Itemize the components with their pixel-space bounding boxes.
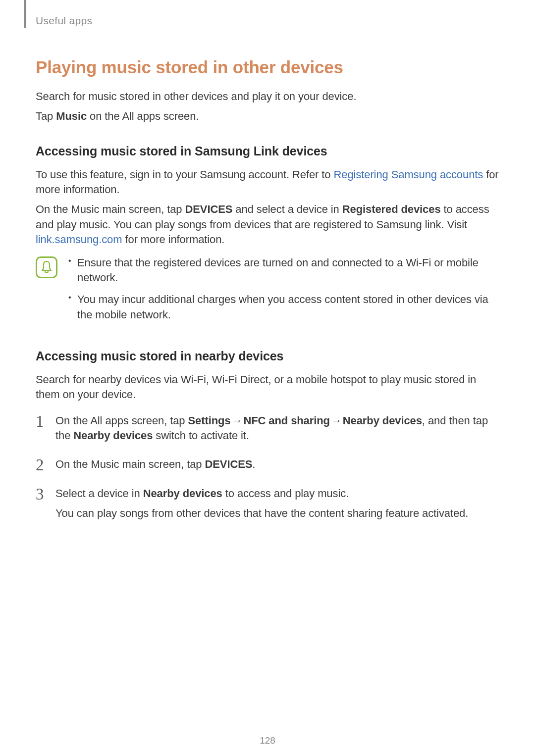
step-number: 3 [36,483,44,506]
text: Select a device in [55,487,143,500]
step-number: 2 [36,454,44,477]
text: On the Music main screen, tap [36,203,185,215]
text: and select a device in [232,203,342,215]
link-registering-samsung-accounts[interactable]: Registering Samsung accounts [333,168,483,181]
page-content: Playing music stored in other devices Se… [0,57,535,521]
list-item: 3 Select a device in Nearby devices to a… [36,486,499,521]
text-bold: DEVICES [205,458,252,470]
arrow-icon: → [230,413,243,428]
text-bold: DEVICES [185,203,232,215]
list-item: 2 On the Music main screen, tap DEVICES. [36,457,499,472]
header-mark [24,0,26,28]
text: On the All apps screen, tap [55,414,188,427]
text-bold: Music [56,110,87,122]
text: on the All apps screen. [87,110,199,122]
text: for more information. [122,233,224,246]
text: switch to activate it. [153,429,249,442]
note-item: Ensure that the registered devices are t… [66,255,499,286]
text: Tap [36,110,56,122]
numbered-list: 1 On the All apps screen, tap Settings →… [36,413,499,521]
bell-icon [36,256,57,278]
paragraph: On the Music main screen, tap DEVICES an… [36,202,499,247]
text: . [252,458,255,470]
text: To use this feature, sign in to your Sam… [36,168,333,181]
note-box: Ensure that the registered devices are t… [36,255,499,329]
breadcrumb: Useful apps [36,15,535,27]
paragraph: To use this feature, sign in to your Sam… [36,167,499,198]
intro-paragraph-1: Search for music stored in other devices… [36,89,499,104]
text-bold: NFC and sharing [243,414,330,427]
intro-paragraph-2: Tap Music on the All apps screen. [36,109,499,124]
page-header: Useful apps [0,0,535,27]
text-bold: Nearby devices [343,414,422,427]
note-list: Ensure that the registered devices are t… [66,255,499,329]
note-icon-wrap [36,256,61,278]
list-item: 1 On the All apps screen, tap Settings →… [36,413,499,444]
bell-icon-svg [41,261,53,274]
text-bold: Nearby devices [143,487,222,500]
text: to access and play music. [222,487,349,500]
page-number: 128 [0,735,535,746]
step-subtext: You can play songs from other devices th… [55,506,499,521]
step-number: 1 [36,410,44,433]
text-bold: Registered devices [342,203,441,215]
page-title: Playing music stored in other devices [36,57,499,77]
note-item: You may incur additional charges when yo… [66,292,499,322]
link-samsung-com[interactable]: link.samsung.com [36,233,122,246]
section-heading: Accessing music stored in Samsung Link d… [36,144,499,158]
text: On the Music main screen, tap [55,458,205,470]
text-bold: Nearby devices [73,429,153,442]
section-heading: Accessing music stored in nearby devices [36,349,499,363]
text-bold: Settings [188,414,230,427]
arrow-icon: → [330,413,343,428]
paragraph: Search for nearby devices via Wi-Fi, Wi-… [36,372,499,403]
